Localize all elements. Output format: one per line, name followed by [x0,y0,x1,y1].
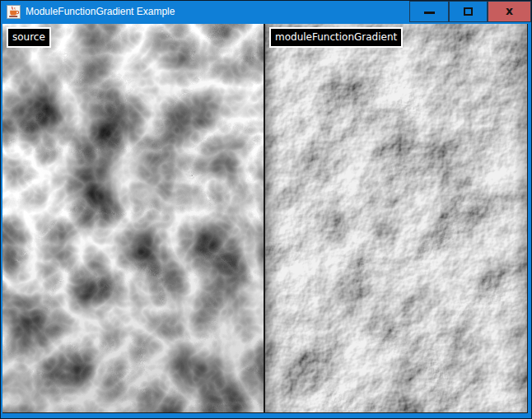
app-window: ModuleFunctionGradient Example x [0,0,532,419]
window-controls: x [409,1,531,22]
module-function-gradient-label: moduleFunctionGradient [269,27,403,48]
content-area: source moduleFunctionGradient [2,24,528,413]
maximize-button[interactable] [449,1,488,22]
close-icon: x [506,5,513,16]
source-image-panel: source [2,24,264,412]
maximize-icon [464,7,473,16]
module-function-gradient-panel: moduleFunctionGradient [265,24,527,412]
source-image [2,24,264,412]
close-button[interactable]: x [488,1,531,22]
module-function-gradient-image [265,24,527,412]
minimize-button[interactable] [409,1,449,22]
minimize-icon [424,12,435,14]
window-title: ModuleFunctionGradient Example [26,1,175,23]
java-coffee-cup-icon [7,5,21,19]
source-label: source [7,27,51,48]
titlebar[interactable]: ModuleFunctionGradient Example x [1,1,531,24]
